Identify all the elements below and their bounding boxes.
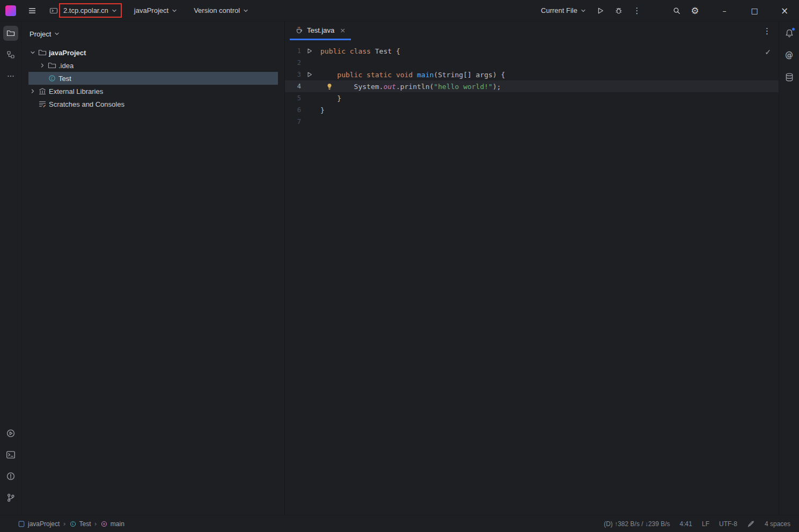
network-speed-indicator[interactable]: (D) ↑382 B/s / ↓239 B/s (604, 520, 670, 528)
structure-toolwindow-button[interactable] (3, 47, 18, 62)
maximize-button[interactable]: □ (746, 3, 763, 19)
tree-item-test[interactable]: C Test (28, 72, 278, 85)
status-bar: javaProject › C Test › m main (D) ↑382 B… (0, 515, 799, 532)
breadcrumb-separator-icon: › (94, 520, 97, 528)
title-bar: 2.tcp.cpolar.cn javaProject Version cont… (0, 0, 799, 21)
tab-close-icon[interactable]: × (340, 26, 346, 34)
tree-item-idea[interactable]: .idea (28, 59, 278, 72)
line-number: 1 (285, 47, 301, 55)
run-button[interactable] (593, 3, 608, 18)
git-branch-icon (6, 493, 16, 503)
project-panel-header[interactable]: Project (21, 21, 284, 46)
minimize-button[interactable]: – (716, 3, 732, 19)
chevron-down-icon (111, 8, 118, 14)
code-line-current[interactable]: 4 System.out.println("hello world!"); (285, 80, 779, 92)
terminal-icon (6, 450, 16, 460)
code-line[interactable]: 3 public static void main(String[] args)… (285, 69, 779, 80)
library-icon (38, 87, 47, 95)
run-gutter-icon[interactable] (304, 71, 315, 78)
svg-text:C: C (72, 522, 74, 526)
intellij-logo-icon (5, 5, 16, 16)
more-toolwindows-button[interactable] (3, 69, 18, 84)
terminal-toolwindow-button[interactable] (3, 447, 18, 462)
code-line[interactable]: 7 (285, 116, 779, 128)
left-tool-strip (0, 21, 21, 515)
encoding-widget[interactable]: UTF-8 (719, 520, 737, 528)
breadcrumb-class[interactable]: C Test (69, 520, 91, 528)
chevron-down-icon (243, 8, 249, 14)
tree-item-label: Test (58, 75, 76, 83)
project-icon (18, 520, 25, 528)
project-selector[interactable]: javaProject (131, 4, 181, 17)
settings-button[interactable]: ⚙ (687, 3, 702, 18)
more-actions-button[interactable]: ⋮ (629, 3, 644, 18)
ai-assistant-button[interactable]: @ (782, 48, 797, 63)
debug-button[interactable] (611, 3, 626, 18)
minimize-icon: – (723, 6, 727, 15)
version-control-toolwindow-button[interactable] (3, 490, 18, 505)
remote-host-widget[interactable]: 2.tcp.cpolar.cn (46, 3, 123, 18)
vcs-selector[interactable]: Version control (190, 4, 252, 17)
readonly-pencil-icon[interactable] (747, 520, 755, 528)
project-toolwindow-button[interactable] (3, 26, 18, 41)
line-number: 5 (285, 94, 301, 102)
bug-icon (614, 6, 623, 15)
run-configuration-selector[interactable]: Current File (538, 4, 590, 17)
project-selector-label: javaProject (134, 6, 168, 14)
search-everywhere-button[interactable] (669, 3, 684, 18)
kebab-icon: ⋮ (763, 26, 771, 36)
breadcrumbs: javaProject › C Test › m main (18, 520, 124, 528)
ide-window: 2.tcp.cpolar.cn javaProject Version cont… (0, 0, 799, 532)
project-panel: Project javaProject (21, 21, 285, 515)
caret-position-widget[interactable]: 4:41 (680, 520, 692, 528)
chevron-right-icon[interactable] (38, 61, 47, 70)
line-number: 2 (285, 59, 301, 66)
structure-icon (6, 50, 15, 59)
code-line[interactable]: 2 (285, 57, 779, 69)
hamburger-icon (28, 6, 36, 15)
breadcrumb-separator-icon: › (63, 520, 65, 528)
remote-icon (49, 6, 58, 15)
hamburger-menu-button[interactable] (25, 3, 40, 18)
tab-test-java[interactable]: Test.java × (290, 21, 351, 40)
tree-item-scratches[interactable]: Scratches and Consoles (28, 98, 278, 110)
maximize-icon: □ (751, 6, 758, 15)
project-tree: javaProject .idea C Test (21, 46, 284, 110)
code-line[interactable]: 5 } (285, 92, 779, 104)
run-toolwindow-button[interactable] (3, 426, 18, 441)
class-icon: C (69, 520, 77, 528)
problems-toolwindow-button[interactable] (3, 469, 18, 484)
chevron-down-icon (171, 8, 178, 14)
close-button[interactable]: × (776, 3, 793, 19)
code-line[interactable]: 1 public class Test { (285, 45, 779, 57)
vcs-selector-label: Version control (194, 6, 240, 14)
tree-item-label: javaProject (49, 49, 90, 57)
editor-options-button[interactable]: ⋮ (763, 26, 771, 36)
line-number: 3 (285, 71, 301, 78)
gear-icon: ⚙ (691, 5, 699, 16)
notifications-button[interactable] (782, 26, 797, 41)
code-line[interactable]: 6 } (285, 104, 779, 116)
chevron-down-icon (580, 8, 587, 14)
chevron-down-icon (54, 31, 60, 37)
chevron-right-icon[interactable] (28, 87, 37, 95)
code-area[interactable]: ✓ 1 public class Test { 2 3 (285, 40, 779, 515)
breadcrumb-method[interactable]: m main (100, 520, 124, 528)
tree-item-javaproject[interactable]: javaProject (28, 46, 278, 59)
indent-widget[interactable]: 4 spaces (765, 520, 790, 528)
intention-bulb-icon[interactable] (326, 83, 333, 90)
project-panel-title: Project (30, 30, 51, 38)
method-icon: m (100, 520, 108, 528)
database-toolwindow-button[interactable] (782, 70, 797, 85)
editor-tab-bar: Test.java × ⋮ (285, 21, 779, 40)
line-separator-widget[interactable]: LF (702, 520, 709, 528)
play-circle-icon (6, 428, 16, 438)
folder-icon (48, 61, 56, 70)
run-gutter-icon[interactable] (304, 48, 315, 54)
right-tool-strip: @ (779, 21, 799, 515)
tree-item-external-libraries[interactable]: External Libraries (28, 85, 278, 98)
scratches-icon (38, 100, 47, 108)
chevron-down-icon[interactable] (28, 48, 37, 57)
remote-host-label: 2.tcp.cpolar.cn (63, 6, 108, 14)
breadcrumb-project[interactable]: javaProject (18, 520, 60, 528)
